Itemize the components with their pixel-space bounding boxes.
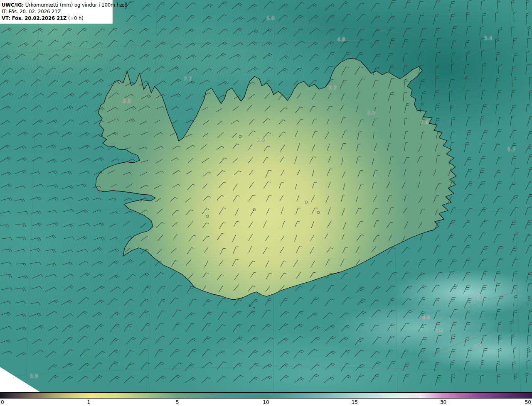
contour-label: 4.3 [367, 110, 375, 116]
valid-time-offset: (+0 h) [66, 15, 84, 21]
contour-label: 7.7 [184, 76, 192, 82]
colorbar-gradient [0, 392, 532, 399]
map-canvas: 6.04.85.47.72.27.74.37.42.95.76.04.65.87… [0, 0, 532, 392]
contour-label: 5.4 [484, 35, 493, 41]
contour-label: 5.8 [435, 328, 443, 334]
colorbar-tick-label: 50 [525, 399, 531, 405]
colorbar-tick-label: 30 [440, 399, 446, 405]
contour-label: 5.9 [30, 373, 38, 379]
init-time: IT: Fös. 20. 02. 2026 21Z [2, 8, 110, 15]
contour-label: 6.0 [266, 15, 275, 21]
valid-time: VT: Fös. 20.02.2026 21Z [2, 15, 66, 21]
contour-label: 2.9 [257, 137, 265, 143]
colorbar: 01510153050 [0, 392, 532, 406]
colorbar-tick-label: 5 [176, 399, 179, 405]
contour-label: 7.7 [328, 85, 337, 91]
contour-label: 5.7 [507, 147, 516, 152]
colorbar-tick-label: 0 [1, 399, 4, 405]
contour-label: 2.2 [123, 98, 131, 104]
contour-label: 7.4 [420, 120, 429, 125]
contour-label: 7.6 [474, 342, 482, 348]
colorbar-tick-label: 15 [352, 399, 358, 405]
colorbar-tick-labels: 01510153050 [0, 399, 532, 406]
colorbar-tick-label: 1 [87, 399, 91, 405]
contour-label: 6.0 [474, 295, 483, 301]
weather-map-stage: 6.04.85.47.72.27.74.37.42.95.76.04.65.87… [0, 0, 532, 406]
contour-label: 4.6 [422, 315, 430, 320]
model-name: UWC/IG: [2, 2, 24, 8]
map-title-box: UWC/IG: Úrkomumætti (mm) og vindur í 100… [0, 0, 113, 24]
colorbar-tick-label: 10 [263, 399, 269, 405]
valid-time-line: VT: Fös. 20.02.2026 21Z (+0 h) [2, 15, 110, 22]
map-title: Úrkomumætti (mm) og vindur í 100m hæð [24, 2, 128, 8]
contour-label: 4.8 [337, 37, 345, 42]
map-title-line: UWC/IG: Úrkomumætti (mm) og vindur í 100… [2, 2, 110, 8]
map-graphics [0, 0, 532, 392]
